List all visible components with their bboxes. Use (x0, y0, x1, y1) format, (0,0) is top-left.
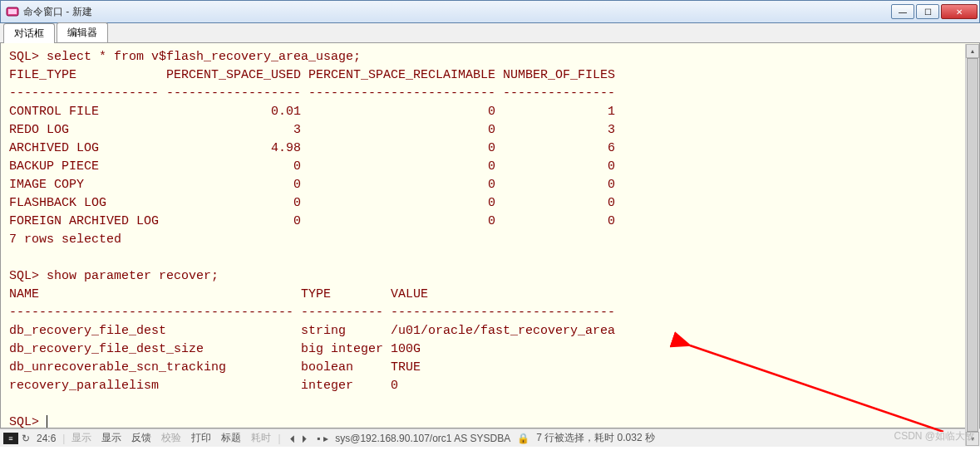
sql-line: FLASHBACK LOG 0 0 0 (9, 196, 615, 210)
text-cursor (47, 415, 47, 428)
tab-editor[interactable]: 编辑器 (57, 22, 108, 42)
window-titlebar: 命令窗口 - 新建 — ☐ ✕ (0, 0, 980, 23)
status-show[interactable]: 显示 (68, 431, 95, 445)
scroll-thumb[interactable] (967, 58, 978, 432)
sql-line: db_unrecoverable_scn_tracking boolean TR… (9, 360, 421, 374)
status-time[interactable]: 耗时 (248, 431, 274, 445)
sql-line: FILE_TYPE PERCENT_SPACE_USED PERCENT_SPA… (9, 68, 615, 82)
status-message: 7 行被选择，耗时 0.032 秒 (533, 431, 658, 445)
sql-line: BACKUP PIECE 0 0 0 (9, 159, 615, 174)
sql-line: NAME TYPE VALUE (9, 287, 428, 301)
app-icon (6, 5, 19, 18)
svg-rect-1 (8, 9, 17, 14)
sql-line: SQL> show parameter recover; (9, 269, 219, 283)
close-button[interactable]: ✕ (941, 4, 978, 19)
window-controls: — ☐ ✕ (891, 4, 978, 19)
sql-console[interactable]: SQL> select * from v$flash_recovery_area… (0, 43, 980, 428)
window-title: 命令窗口 - 新建 (23, 5, 891, 19)
status-check[interactable]: 校验 (158, 431, 185, 445)
connection-string: sys@192.168.90.107/orc1 AS SYSDBA (332, 433, 514, 444)
sql-line: SQL> select * from v$flash_recovery_area… (9, 50, 361, 64)
bullet-icon: ▪ (317, 433, 320, 444)
sql-line: -------------------- ------------------ … (9, 86, 615, 100)
refresh-icon[interactable]: ↻ (22, 433, 30, 444)
play-icon[interactable]: ▸ (323, 433, 328, 444)
sql-line: db_recovery_file_dest string /u01/oracle… (9, 324, 615, 338)
scroll-down-button[interactable]: ▾ (966, 432, 979, 446)
nav-arrows[interactable]: ⏴ ⏵ (284, 433, 313, 444)
scroll-up-button[interactable]: ▴ (966, 44, 979, 58)
sql-line: IMAGE COPY 0 0 0 (9, 178, 615, 192)
maximize-button[interactable]: ☐ (916, 4, 939, 19)
status-title[interactable]: 标题 (218, 431, 244, 445)
sql-line: CONTROL FILE 0.01 0 1 (9, 105, 615, 119)
status-print[interactable]: 打印 (188, 431, 214, 445)
cursor-position: 24:6 (33, 433, 59, 444)
tab-dialog[interactable]: 对话框 (3, 23, 55, 43)
sql-line: REDO LOG 3 0 3 (9, 123, 615, 137)
sql-line: -------------------------------------- -… (9, 306, 615, 320)
sql-line: ARCHIVED LOG 4.98 0 6 (9, 141, 615, 155)
status-bar: ≡ ↻ 24:6 | 显示 显示 反馈 校验 打印 标题 耗时 | ⏴ ⏵ ▪ … (0, 428, 980, 447)
sql-line: db_recovery_file_dest_size big integer 1… (9, 342, 421, 356)
sql-line: FOREIGN ARCHIVED LOG 0 0 0 (9, 214, 615, 228)
tab-bar: 对话框 编辑器 (0, 23, 980, 43)
vertical-scrollbar[interactable]: ▴ ▾ (965, 44, 979, 446)
minimize-button[interactable]: — (891, 4, 914, 19)
lock-icon: 🔒 (517, 433, 529, 444)
status-feedback[interactable]: 反馈 (128, 431, 155, 445)
status-show2[interactable]: 显示 (98, 431, 125, 445)
sql-line: recovery_parallelism integer 0 (9, 379, 398, 393)
sql-line: 7 rows selected (9, 232, 121, 247)
sql-prompt: SQL> (9, 415, 47, 428)
status-dark-icon: ≡ (3, 433, 18, 444)
